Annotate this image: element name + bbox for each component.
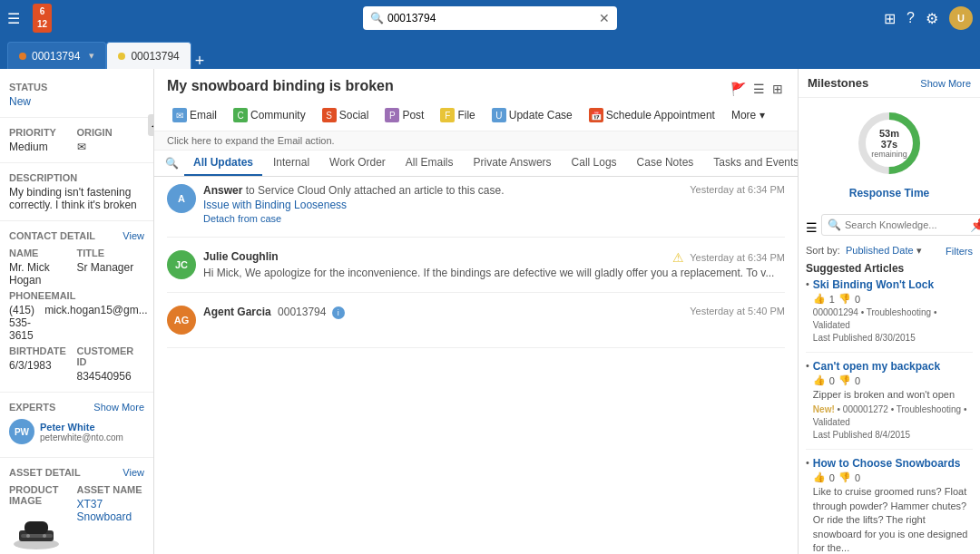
split-view-icon[interactable]: ⊞ (770, 80, 785, 98)
response-time-label: Response Time (849, 187, 929, 199)
schedule-action-icon: 📅 (589, 108, 603, 122)
tab-00013794-second[interactable]: 00013794 (106, 42, 191, 69)
contact-view-link[interactable]: View (122, 230, 144, 241)
subtab-private-answers[interactable]: Private Answers (465, 151, 561, 176)
global-search: 🔍 ✕ (363, 6, 617, 30)
tab-add-icon[interactable]: + (195, 53, 205, 69)
thumbs-up-icon[interactable]: 👍 (813, 374, 826, 386)
search-icon: 🔍 (370, 12, 384, 24)
svg-point-5 (43, 534, 46, 538)
article-votes: 👍 1 👎 0 (813, 293, 973, 305)
file-action-button[interactable]: F File (435, 105, 480, 125)
tab-close-first[interactable]: ▾ (89, 50, 94, 62)
experts-show-more-link[interactable]: Show More (93, 402, 144, 413)
thumbs-up-icon[interactable]: 👍 (813, 293, 826, 305)
social-action-icon: S (322, 108, 337, 122)
feed-meta: Agent Garcia 00013794 i Yesterday at 5:4… (203, 306, 785, 319)
description-label: Description (9, 172, 144, 183)
more-actions-button[interactable]: More ▾ (726, 106, 770, 124)
thumbs-down-icon[interactable]: 👎 (838, 471, 851, 483)
email-expand-bar[interactable]: Click here to expand the Email action. (154, 131, 798, 151)
origin-icon: ✉ (77, 141, 145, 153)
article-last-published: Last Published 8/4/2015 (813, 429, 973, 442)
feed-avatar: JC (167, 250, 196, 279)
filters-link[interactable]: Filters (946, 246, 973, 257)
thumbs-down-icon[interactable]: 👎 (838, 374, 851, 386)
feed-search-icon[interactable]: 🔍 (162, 153, 182, 173)
new-badge: New! (813, 404, 835, 414)
grid-icon[interactable]: ⊞ (884, 10, 896, 27)
asset-view-link[interactable]: View (122, 467, 144, 478)
sort-row: Sort by: Published Date ▾ Filters (806, 245, 973, 257)
schedule-appointment-action-button[interactable]: 📅 Schedule Appointment (583, 105, 720, 125)
feed-author: Julie Coughlin (203, 250, 279, 263)
help-icon[interactable]: ? (906, 10, 915, 26)
social-action-button[interactable]: S Social (317, 105, 375, 125)
feed-avatar: A (167, 184, 196, 213)
feed-item: A Answer to Service Cloud Only attached … (167, 184, 785, 238)
center-content: My snowboard binding is broken 🚩 ☰ ⊞ ✉ E… (154, 69, 799, 554)
article-desc: Zipper is broken and won't open (813, 388, 973, 402)
priority-section: Priority Medium Origin ✉ (0, 121, 153, 159)
case-header: My snowboard binding is broken 🚩 ☰ ⊞ ✉ E… (154, 69, 798, 131)
tab-label-first: 00013794 (32, 50, 80, 63)
knowledge-pin-icon[interactable]: 📌 (970, 218, 980, 232)
subtab-tasks-events[interactable]: Tasks and Events (704, 151, 799, 176)
article-title[interactable]: Ski Binding Won't Lock (813, 278, 973, 291)
milestones-show-more-link[interactable]: Show More (920, 78, 971, 89)
menu-icon[interactable]: ☰ (7, 10, 25, 27)
phone-label: Phone (9, 290, 44, 301)
description-value: My binding isn't fastening correctly. I … (9, 186, 144, 211)
email-action-button[interactable]: ✉ Email (167, 105, 222, 125)
article-title[interactable]: How to Choose Snowboards (813, 457, 973, 470)
contact-label: Contact Detail (9, 230, 95, 241)
email-value: mick.hogan15@gm... (44, 304, 148, 316)
avatar[interactable]: U (949, 6, 973, 30)
feed-meta: Answer to Service Cloud Only attached an… (203, 184, 785, 197)
thumbs-down-icon[interactable]: 👎 (838, 293, 851, 305)
feed-author: Answer (203, 184, 242, 197)
article-desc: Like to cruise groomed runs? Float throu… (813, 485, 973, 554)
post-action-button[interactable]: P Post (379, 105, 429, 125)
feed-meta: Julie Coughlin ⚠ Yesterday at 6:34 PM (203, 250, 785, 265)
customer-id-label: Customer Id (77, 345, 145, 367)
community-action-button[interactable]: C Community (228, 105, 311, 125)
tab-00013794-first[interactable]: 00013794 ▾ (7, 42, 106, 69)
list-view-icon[interactable]: ☰ (751, 80, 767, 98)
top-nav: ☰ 6 12 🔍 ✕ ⊞ ? ⚙ U (0, 0, 980, 36)
sort-value-link[interactable]: Published Date (846, 245, 914, 256)
subtab-work-order[interactable]: Work Order (320, 151, 395, 176)
flag-icon[interactable]: 🚩 (729, 80, 748, 98)
subtab-all-updates[interactable]: All Updates (184, 151, 262, 176)
settings-icon[interactable]: ⚙ (926, 10, 938, 27)
product-image-label: Product Image (9, 484, 77, 506)
milestones-header: Milestones Show More (799, 69, 980, 98)
feed-article-link[interactable]: Issue with Binding Looseness (203, 199, 347, 211)
donut-label: remaining (871, 150, 907, 159)
thumbs-up-icon[interactable]: 👍 (813, 471, 826, 483)
article-title[interactable]: Can't open my backpack (813, 360, 973, 373)
knowledge-search-input[interactable] (845, 219, 970, 230)
title-label: Title (77, 248, 145, 258)
origin-label: Origin (77, 127, 145, 138)
feed-detach-link[interactable]: Detach from case (203, 213, 785, 224)
subtab-internal[interactable]: Internal (264, 151, 318, 176)
subtab-all-emails[interactable]: All Emails (397, 151, 463, 176)
article-bullet: • (806, 457, 809, 468)
sidebar-collapse-btn[interactable]: ◀ (148, 114, 154, 136)
milestones-title: Milestones (808, 76, 868, 90)
subtab-call-logs[interactable]: Call Logs (563, 151, 626, 176)
subtab-case-notes[interactable]: Case Notes (628, 151, 703, 176)
article-item: • How to Choose Snowboards 👍 0 👎 0 Like … (806, 457, 973, 554)
experts-label: Experts (9, 402, 55, 413)
search-clear-icon[interactable]: ✕ (599, 11, 610, 25)
nav-badge: 6 12 (33, 4, 52, 33)
priority-label: Priority (9, 127, 77, 138)
update-case-action-button[interactable]: U Update Case (486, 105, 578, 125)
article-bullet: • (806, 360, 809, 371)
expert-item: PW Peter White peterwhite@nto.com (9, 419, 144, 444)
search-input[interactable] (387, 12, 599, 24)
knowledge-menu-icon[interactable]: ☰ (806, 220, 818, 235)
experts-section: Experts Show More PW Peter White peterwh… (0, 396, 153, 453)
milestone-chart: 53m 37s remaining Response Time (799, 98, 980, 209)
